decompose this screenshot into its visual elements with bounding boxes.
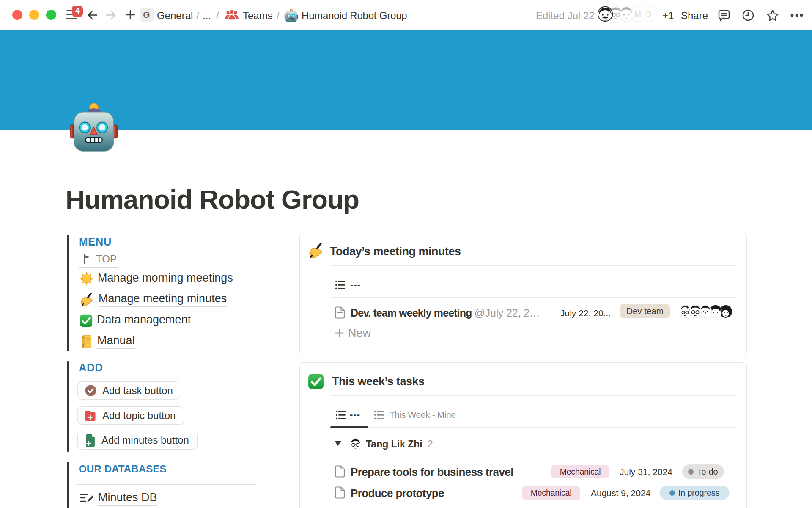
- svg-text:D: D: [646, 10, 652, 19]
- svg-text:M: M: [634, 10, 641, 19]
